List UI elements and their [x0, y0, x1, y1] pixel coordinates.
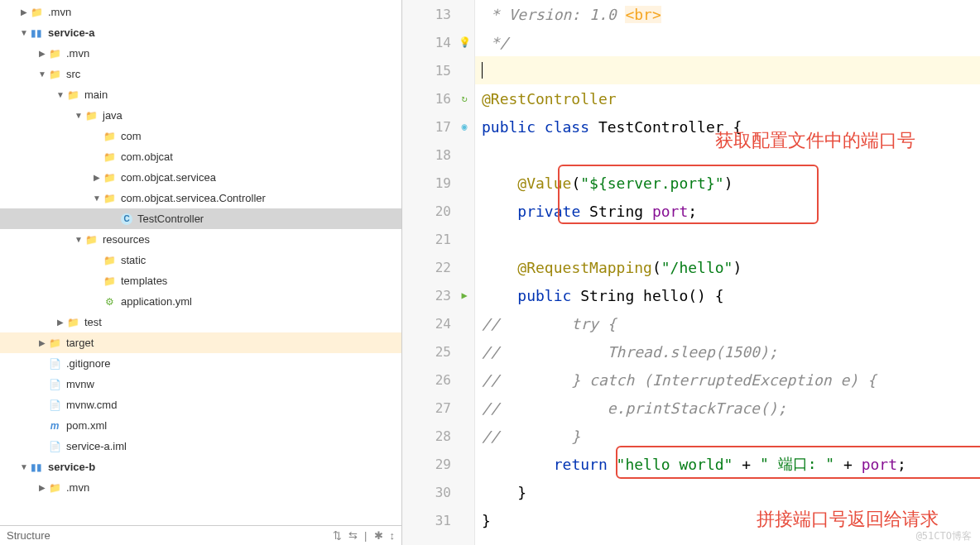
tree-item-label: service-b — [48, 461, 95, 473]
settings-icon[interactable]: ✱ — [374, 529, 383, 542]
code-line[interactable]: // } — [475, 422, 980, 450]
expand-arrow[interactable]: ▼ — [73, 110, 84, 122]
play-icon[interactable]: ▶ — [458, 289, 471, 302]
expand-arrow[interactable]: ▶ — [36, 48, 48, 60]
tree-item-label: static — [121, 254, 146, 266]
tree-item-label: mvnw.cmd — [66, 399, 117, 411]
tree-item[interactable]: ▼📁com.objcat.servicea.Controller — [0, 188, 401, 208]
tree-item[interactable]: ▶📁com.objcat.servicea — [0, 167, 401, 188]
expand-arrow[interactable] — [91, 151, 103, 163]
tree-item[interactable]: 📁static — [0, 250, 401, 270]
expand-arrow[interactable]: ▼ — [73, 234, 84, 246]
expand-arrow[interactable] — [36, 420, 48, 432]
code-line[interactable]: public String hello() { — [475, 281, 980, 309]
tree-item[interactable]: ▼📁java — [0, 105, 401, 126]
expand-arrow[interactable] — [91, 275, 103, 287]
line-number: 14💡 — [402, 28, 474, 56]
code-line[interactable]: */ — [475, 28, 980, 56]
filter-icon[interactable]: ⇆ — [348, 529, 358, 542]
expand-arrow[interactable]: ▼ — [55, 89, 66, 101]
tree-item-label: mvnw — [66, 378, 94, 390]
code-line[interactable]: @RestController — [475, 84, 980, 112]
tree-item[interactable]: 📄mvnw — [0, 374, 401, 394]
tree-item[interactable]: ▶📁target — [0, 332, 401, 353]
tree-item-label: resources — [103, 233, 150, 246]
expand-arrow[interactable]: ▼ — [18, 27, 30, 39]
tree-item[interactable]: mpom.xml — [0, 415, 401, 436]
tree-item[interactable]: ▶📁.mvn — [0, 43, 401, 64]
tree-item[interactable]: ▼▮▮service-a — [0, 22, 401, 43]
tree-item-label: target — [66, 337, 94, 349]
line-number: 20 — [402, 197, 474, 225]
code-line[interactable]: private String port; — [475, 197, 980, 225]
tree-item[interactable]: 📄mvnw.cmd — [0, 394, 401, 415]
expand-arrow[interactable] — [91, 296, 103, 308]
line-number: 27 — [402, 394, 474, 422]
class-marker-icon[interactable]: ◉ — [458, 120, 471, 133]
line-number: 16↻ — [402, 84, 474, 112]
tree-item[interactable]: ▶📁test — [0, 312, 401, 332]
run-marker-icon[interactable]: ↻ — [458, 92, 471, 105]
code-line[interactable]: // } catch (InterruptedException e) { — [475, 366, 980, 394]
tree-item[interactable]: ⚙application.yml — [0, 291, 401, 312]
tree-item[interactable]: ▼📁resources — [0, 229, 401, 250]
expand-arrow[interactable] — [91, 255, 103, 266]
line-number: 21 — [402, 225, 474, 253]
code-editor[interactable]: 1314💡1516↻17◉181920212223▶24252627282930… — [402, 0, 980, 545]
expand-arrow[interactable] — [36, 441, 48, 452]
tree-item[interactable]: 📄service-a.iml — [0, 436, 401, 457]
expand-arrow[interactable]: ▶ — [55, 317, 66, 328]
collapse-icon[interactable]: ↕ — [390, 529, 396, 542]
expand-arrow[interactable] — [36, 399, 48, 411]
tree-item[interactable]: ▶📁.mvn — [0, 2, 401, 22]
code-line[interactable]: // e.printStackTrace(); — [475, 394, 980, 422]
line-number: 17◉ — [402, 112, 474, 141]
annotation-top: 获取配置文件中的端口号 — [715, 128, 915, 153]
tree-item-label: service-a — [48, 26, 94, 39]
tree-item[interactable]: 📁templates — [0, 270, 401, 291]
code-area[interactable]: 获取配置文件中的端口号 拼接端口号返回给请求 @51CTO博客 * Versio… — [475, 0, 980, 545]
tree-item-label: src — [66, 68, 80, 80]
tree-item[interactable]: 📁com — [0, 126, 401, 146]
sort-icon[interactable]: ⇅ — [333, 529, 342, 542]
code-line[interactable]: // Thread.sleep(1500); — [475, 337, 980, 366]
tree-item-label: .mvn — [66, 481, 89, 494]
tree-item[interactable]: CTestController — [0, 208, 401, 229]
tree-item[interactable]: ▼📁main — [0, 84, 401, 105]
divider: | — [364, 529, 367, 542]
line-number: 25 — [402, 337, 474, 366]
expand-arrow[interactable]: ▶ — [18, 7, 30, 18]
expand-arrow[interactable] — [36, 379, 48, 390]
code-line[interactable]: } — [475, 478, 980, 506]
expand-arrow[interactable]: ▶ — [36, 337, 48, 349]
code-line[interactable] — [475, 225, 980, 253]
line-number: 30 — [402, 478, 474, 506]
expand-arrow[interactable] — [91, 131, 103, 142]
expand-arrow[interactable] — [109, 213, 121, 225]
code-line[interactable]: @Value("${server.port}") — [475, 169, 980, 197]
expand-arrow[interactable]: ▶ — [36, 482, 48, 494]
tree-item-label: main — [84, 88, 108, 101]
tree-item[interactable]: 📁com.objcat — [0, 146, 401, 167]
code-line[interactable]: return "hello world" + " 端口: " + port; — [475, 450, 980, 478]
tree-item[interactable]: 📄.gitignore — [0, 353, 401, 374]
expand-arrow[interactable] — [36, 358, 48, 370]
expand-arrow[interactable]: ▼ — [18, 461, 30, 473]
tree-item-label: test — [84, 316, 102, 328]
expand-arrow[interactable]: ▶ — [91, 172, 103, 184]
code-line[interactable]: // try { — [475, 309, 980, 337]
tree-item[interactable]: ▼▮▮service-b — [0, 457, 401, 477]
code-line[interactable] — [475, 56, 980, 84]
line-number: 24 — [402, 309, 474, 337]
code-line[interactable]: @RequestMapping("/hello") — [475, 253, 980, 281]
structure-bar[interactable]: Structure ⇅ ⇆ | ✱ ↕ — [0, 525, 401, 545]
line-number: 26 — [402, 366, 474, 394]
tree-item[interactable]: ▼📁src — [0, 64, 401, 84]
bulb-icon[interactable]: 💡 — [458, 36, 471, 49]
expand-arrow[interactable]: ▼ — [36, 69, 48, 80]
expand-arrow[interactable]: ▼ — [91, 193, 103, 204]
line-number: 28 — [402, 422, 474, 450]
project-tree[interactable]: ▶📁.mvn▼▮▮service-a▶📁.mvn▼📁src▼📁main▼📁jav… — [0, 0, 401, 525]
tree-item[interactable]: ▶📁.mvn — [0, 477, 401, 498]
code-line[interactable]: * Version: 1.0 <br> — [475, 0, 980, 28]
